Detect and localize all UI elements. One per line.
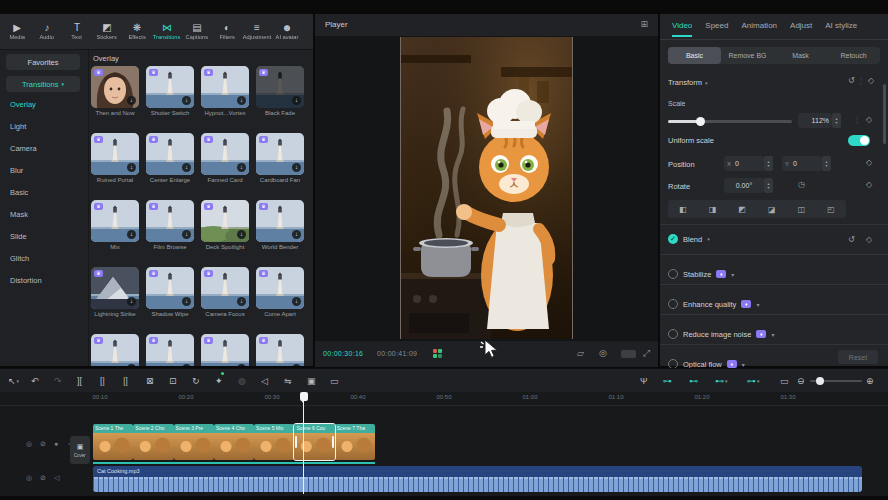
topbar-item-media[interactable]: ▶ Media [2, 23, 32, 40]
transform-section-header[interactable]: Transform ▾ [668, 78, 707, 87]
topbar-item-transitions[interactable]: ⋈ Transitions [152, 23, 182, 40]
topbar-item-ai-avatar[interactable]: ☻ AI avatar [272, 23, 302, 40]
favorites-button[interactable]: Favorites [6, 54, 80, 70]
mirror-tool[interactable]: ⇋ [284, 373, 292, 389]
section-stabilize[interactable]: Stabilize ♦ ▾ [660, 264, 888, 284]
transition-thumbnail[interactable]: ♛ ↓ [256, 334, 304, 366]
scale-slider-knob[interactable] [696, 117, 705, 126]
category-basic[interactable]: Basic [10, 188, 28, 197]
video-clip-3[interactable]: Scene 3 Pre [174, 424, 214, 460]
reset-transform-icon[interactable]: ↺ [848, 76, 855, 85]
flip-horizontal-icon[interactable]: ◧ [679, 205, 687, 214]
subtab-basic[interactable]: Basic [668, 47, 721, 64]
record-tool[interactable]: ▭ [330, 373, 339, 389]
topbar-item-adjustment[interactable]: ≡ Adjustment [242, 23, 272, 40]
split[interactable]: ][ [77, 373, 82, 389]
trim-right[interactable]: |] [123, 373, 128, 389]
zoom-out[interactable]: ⊖ [797, 373, 805, 389]
keyframe-icon[interactable]: ◇ [866, 235, 872, 244]
flip-vertical-icon[interactable]: ◨ [709, 205, 717, 214]
category-camera[interactable]: Camera [10, 144, 37, 153]
subtab-remove-bg[interactable]: Remove BG [721, 47, 774, 64]
category-slide[interactable]: Slide [10, 232, 27, 241]
transition-thumbnail[interactable]: ♛ ↓ [201, 200, 249, 242]
video-clip-4[interactable]: Scene 4 Cho [214, 424, 254, 460]
transition-thumbnail[interactable]: ♛ ↓ [146, 200, 194, 242]
delete[interactable]: ⊠ [146, 373, 154, 389]
category-distortion[interactable]: Distortion [10, 276, 42, 285]
transition-thumbnail[interactable]: ♛ ↓ [146, 133, 194, 175]
transition-thumbnail[interactable]: ♛ ↓ [201, 267, 249, 309]
audio-tool[interactable]: ◁ [261, 373, 268, 389]
transition-thumbnail[interactable]: ♛ ↓ [91, 200, 139, 242]
lock-track-icon[interactable]: ⊘ [40, 474, 46, 482]
zoom-in[interactable]: ⊕ [866, 373, 874, 389]
transition-thumbnail[interactable]: ♛ ↓ [91, 133, 139, 175]
quality-pill-icon[interactable] [621, 350, 636, 358]
topbar-item-captions[interactable]: ▤ Captions [182, 23, 212, 40]
transition-thumbnail[interactable]: ♛ ↓ [146, 66, 194, 108]
rotate-dial-icon[interactable]: ◷ [798, 180, 805, 189]
rotate-stepper[interactable]: ▴▾ [764, 178, 773, 193]
tab-video[interactable]: Video [672, 21, 692, 32]
position-y-stepper[interactable]: ▴▾ [822, 156, 831, 171]
reset-blend-icon[interactable]: ↺ [848, 235, 855, 244]
transition-thumbnail[interactable]: ♛ ↓ [91, 66, 139, 108]
mute-track-icon[interactable]: ● [54, 440, 58, 447]
position-y-field[interactable]: Y 0 [782, 156, 822, 171]
undo[interactable]: ↶ [31, 373, 39, 389]
scale-stepper[interactable]: ▴▾ [832, 113, 841, 128]
checkbox-icon[interactable] [668, 299, 678, 309]
transition-thumbnail[interactable]: ♛ ↓ [146, 267, 194, 309]
topbar-item-filters[interactable]: ◐ Filters [212, 23, 242, 40]
audio-clip[interactable]: Cat Cooking.mp3 [93, 466, 862, 492]
category-mask[interactable]: Mask [10, 210, 28, 219]
smart-tool[interactable]: ✦ [215, 373, 223, 389]
crop-tool[interactable]: ▣ [307, 373, 316, 389]
transition-thumbnail[interactable]: ♛ ↓ [201, 133, 249, 175]
trim-left[interactable]: [| [100, 373, 105, 389]
section-enhance-quality[interactable]: Enhance quality ♦ ▾ [660, 294, 888, 314]
tab-animation[interactable]: Animation [741, 21, 777, 32]
player-display-mode-icon[interactable]: ⊞ [640, 19, 648, 29]
reset-button[interactable]: Reset [838, 350, 878, 364]
section-reduce-image-noise[interactable]: Reduce image noise ♦ ▾ [660, 324, 888, 344]
crop-icon[interactable]: ◰ [827, 205, 835, 214]
scale-slider[interactable] [668, 120, 792, 123]
checkbox-icon[interactable] [668, 269, 678, 279]
timeline-zoom-knob[interactable] [816, 377, 824, 385]
voiceover-mic[interactable]: Ψ [640, 373, 648, 389]
transition-thumbnail[interactable]: ♛ ↓ [256, 66, 304, 108]
transition-thumbnail[interactable]: ♛ ↓ [256, 133, 304, 175]
link-clips[interactable]: ⊶ ▾ [747, 373, 760, 389]
blend-section-header[interactable]: ✓ Blend ▾ [668, 234, 710, 244]
playhead-handle[interactable] [300, 392, 308, 401]
auto-snap[interactable]: ⊷ ▾ [715, 373, 728, 389]
transition-thumbnail[interactable]: ♛ ↓ [201, 334, 249, 366]
rotate-value-field[interactable]: 0.00° [724, 178, 764, 193]
player-canvas[interactable] [315, 36, 658, 340]
topbar-item-text[interactable]: T Text [62, 23, 92, 40]
align-center-icon[interactable]: ◫ [798, 205, 806, 214]
transition-thumbnail[interactable]: ♛ ↓ [256, 267, 304, 309]
mute-track-icon[interactable]: ◁ [54, 474, 59, 482]
mask-tool[interactable]: ◍ [238, 373, 246, 389]
preview-video[interactable] [400, 37, 573, 339]
keyframe-add[interactable]: ⊷ [689, 373, 698, 389]
cover-button[interactable]: ▣ Cover [70, 436, 90, 464]
keyframe-icon[interactable]: ◇ [866, 115, 872, 124]
transition-thumbnail[interactable]: ♛ ↓ [146, 334, 194, 366]
position-x-field[interactable]: X 0 [724, 156, 764, 171]
focus-icon[interactable]: ◎ [599, 348, 607, 358]
topbar-item-effects[interactable]: ❋ Effects [122, 23, 152, 40]
video-clip-6[interactable]: Scene 6 Cou [294, 424, 334, 460]
tab-adjust[interactable]: Adjust [790, 21, 812, 32]
adapt-view[interactable]: ▭ [780, 373, 789, 389]
tab-ai-stylize[interactable]: AI stylize [825, 21, 857, 32]
toggle-track-icon[interactable]: ◎ [26, 474, 32, 482]
loop[interactable]: ↻ [192, 373, 200, 389]
transition-thumbnail[interactable]: ♛ ↓ [91, 334, 139, 366]
playhead[interactable] [303, 392, 304, 494]
checkbox-icon[interactable] [668, 329, 678, 339]
keyframe-icon[interactable]: ◇ [868, 76, 874, 85]
